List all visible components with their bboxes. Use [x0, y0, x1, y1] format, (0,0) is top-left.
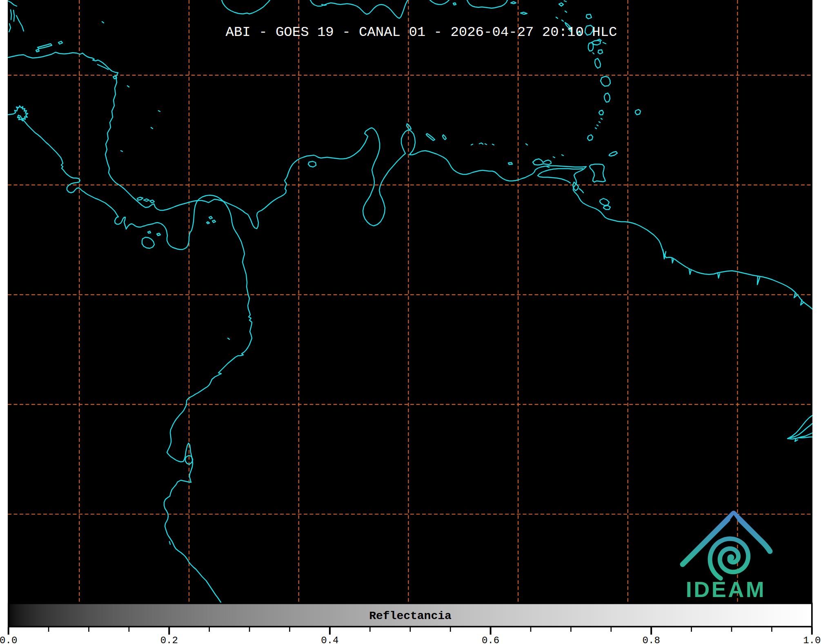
svg-text:1.0: 1.0 — [803, 635, 821, 644]
svg-text:ABI - GOES 19 - CANAL 01 - 202: ABI - GOES 19 - CANAL 01 - 2026-04-27 20… — [226, 25, 617, 40]
svg-text:0.6: 0.6 — [482, 635, 499, 644]
svg-text:Reflectancia: Reflectancia — [369, 610, 452, 622]
svg-text:0.0: 0.0 — [0, 635, 17, 644]
svg-text:IDEAM: IDEAM — [686, 577, 766, 602]
svg-text:0.4: 0.4 — [321, 635, 338, 644]
svg-text:0.2: 0.2 — [160, 635, 178, 644]
svg-text:0.8: 0.8 — [643, 635, 660, 644]
